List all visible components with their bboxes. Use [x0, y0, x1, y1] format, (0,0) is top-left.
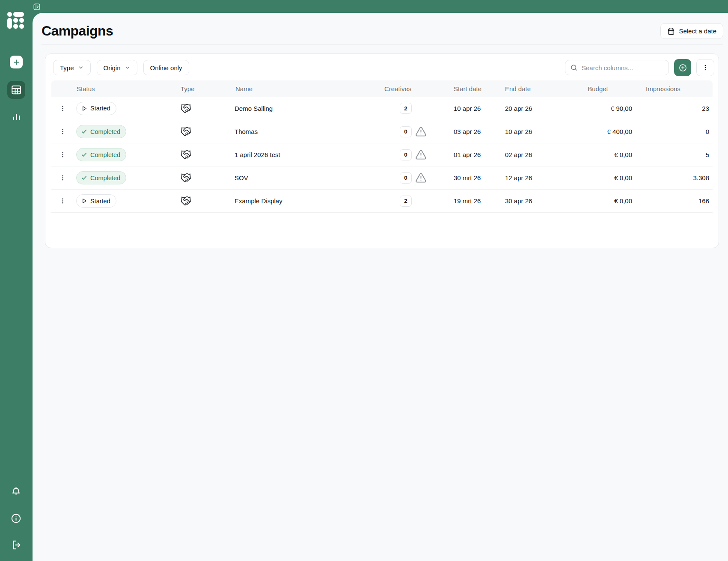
end-date: 20 apr 26 [502, 105, 559, 112]
budget: € 0,00 [559, 174, 636, 181]
creatives-count-badge: 0 [400, 172, 412, 184]
status-label: Completed [90, 151, 120, 158]
table-toolbar: Type Origin Online only [45, 54, 719, 80]
creatives-count-badge: 2 [400, 103, 412, 114]
warning-icon [415, 126, 427, 137]
table-row[interactable]: Completed 1 april 2026 test 0 01 apr 26 … [51, 143, 713, 166]
table-options-button[interactable] [696, 59, 714, 76]
search-box [565, 60, 669, 75]
status-badge[interactable]: Completed [76, 125, 126, 138]
end-date: 02 apr 26 [502, 151, 559, 158]
search-icon [570, 64, 578, 71]
kebab-menu-icon [59, 197, 66, 205]
column-header-impressions: Impressions [636, 85, 713, 92]
sidebar-collapse-button[interactable] [33, 3, 41, 11]
end-date: 10 apr 26 [502, 128, 559, 135]
check-icon [81, 128, 87, 135]
column-header-status: Status [74, 85, 180, 92]
chevron-down-icon [78, 65, 84, 71]
campaign-name: Demo Salling [235, 105, 378, 112]
type-filter-button[interactable]: Type [53, 60, 91, 75]
kebab-menu-icon [59, 105, 66, 112]
add-campaign-button[interactable] [674, 59, 691, 76]
status-badge[interactable]: Completed [76, 148, 126, 161]
play-icon [81, 105, 87, 112]
table-row[interactable]: Completed SOV 0 30 mrt 26 12 apr 26 € 0,… [51, 166, 713, 189]
origin-filter-button[interactable]: Origin [97, 60, 137, 75]
kebab-menu-icon [59, 174, 66, 181]
start-date: 01 apr 26 [450, 151, 502, 158]
page-header: Campaigns Select a date [33, 13, 728, 39]
status-badge[interactable]: Completed [76, 171, 126, 184]
status-label: Completed [90, 175, 120, 181]
bell-icon [10, 486, 22, 498]
table-header: Status Type Name Creatives Start date En… [51, 80, 713, 97]
column-header-name: Name [235, 85, 378, 92]
budget: € 0,00 [559, 197, 636, 205]
row-menu-button[interactable] [57, 149, 68, 160]
kebab-menu-icon [59, 151, 66, 158]
status-label: Started [90, 105, 110, 112]
header-divider [42, 45, 723, 45]
row-menu-button[interactable] [57, 103, 68, 114]
table-footer-spacer [51, 213, 713, 248]
toolbar-right [565, 59, 714, 76]
row-menu-button[interactable] [57, 172, 68, 183]
select-date-button[interactable]: Select a date [660, 23, 723, 39]
warning-icon [415, 149, 427, 160]
budget: € 400,00 [559, 128, 636, 135]
column-header-start-date: Start date [450, 85, 502, 92]
row-menu-button[interactable] [57, 196, 68, 206]
impressions: 23 [636, 105, 713, 112]
campaigns-table: Status Type Name Creatives Start date En… [51, 80, 713, 248]
online-only-filter-button[interactable]: Online only [143, 60, 189, 75]
status-badge[interactable]: Started [76, 102, 116, 115]
column-header-budget: Budget [559, 85, 636, 92]
notifications-button[interactable] [10, 486, 22, 498]
warning-icon [415, 172, 427, 184]
table-row[interactable]: Completed Thomas 0 03 apr 26 10 apr 26 €… [51, 120, 713, 143]
impressions: 3.308 [636, 174, 713, 181]
info-icon [10, 513, 22, 524]
budget: € 90,00 [559, 105, 636, 112]
column-header-creatives: Creatives [378, 85, 450, 92]
creatives-count-badge: 2 [400, 196, 412, 207]
bar-chart-icon [11, 110, 22, 122]
impressions: 5 [636, 151, 713, 158]
table-icon [11, 84, 22, 95]
calendar-icon [667, 27, 675, 35]
handshake-icon [181, 103, 235, 114]
table-row[interactable]: Started Example Display 2 19 mrt 26 30 a… [51, 189, 713, 212]
sidebar-item-analytics[interactable] [11, 110, 22, 122]
circle-plus-icon [678, 63, 687, 72]
impressions: 166 [636, 197, 713, 205]
start-date: 03 apr 26 [450, 128, 502, 135]
start-date: 19 mrt 26 [450, 197, 502, 205]
sidebar-item-campaigns[interactable] [7, 81, 25, 99]
kebab-menu-icon [701, 64, 709, 71]
check-icon [81, 151, 87, 158]
end-date: 12 apr 26 [502, 174, 559, 181]
logout-button[interactable] [11, 539, 22, 551]
handshake-icon [181, 172, 235, 183]
status-label: Completed [90, 128, 120, 135]
filter-group: Type Origin Online only [53, 60, 189, 75]
handshake-icon [181, 196, 235, 206]
campaign-name: SOV [235, 174, 378, 181]
page-title: Campaigns [42, 23, 113, 39]
campaigns-card: Type Origin Online only [45, 53, 719, 248]
start-date: 10 apr 26 [450, 105, 502, 112]
status-label: Started [90, 198, 110, 205]
create-button[interactable] [10, 56, 23, 68]
app-logo-icon[interactable] [7, 12, 24, 29]
info-button[interactable] [10, 513, 22, 524]
sidebar [0, 0, 33, 561]
logout-icon [11, 539, 22, 551]
search-input[interactable] [565, 60, 669, 75]
campaign-name: 1 april 2026 test [235, 151, 378, 158]
column-header-type: Type [180, 85, 235, 92]
table-row[interactable]: Started Demo Salling 2 10 apr 26 20 apr … [51, 97, 713, 120]
row-menu-button[interactable] [57, 126, 68, 137]
status-badge[interactable]: Started [76, 194, 116, 208]
panel-toggle-icon [33, 3, 41, 11]
